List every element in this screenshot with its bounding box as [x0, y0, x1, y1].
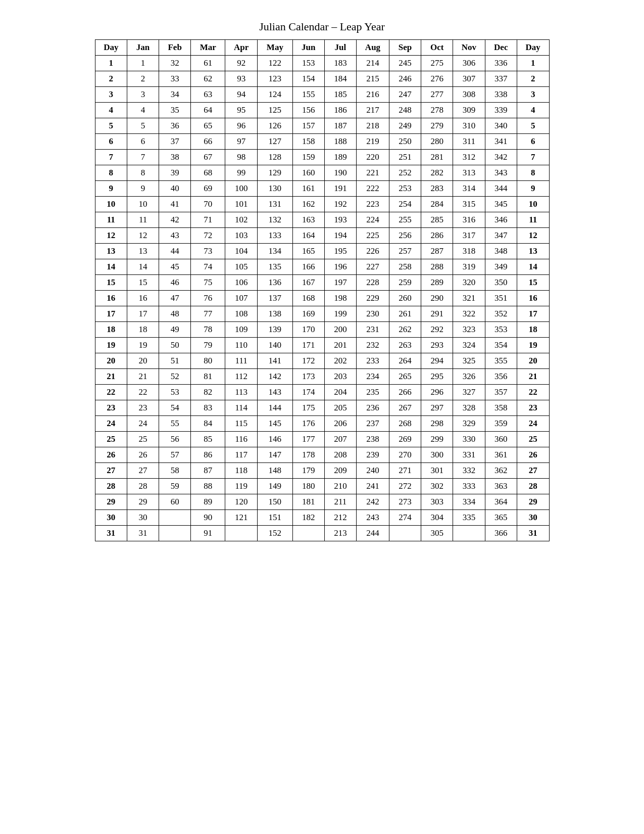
cell-aug-16: 229 [356, 291, 389, 306]
cell-jul-18: 200 [324, 322, 356, 338]
cell-aug-19: 232 [356, 338, 389, 353]
cell-jan-27: 27 [127, 463, 159, 479]
cell-oct-22: 296 [421, 385, 453, 400]
cell-apr-27: 118 [225, 463, 258, 479]
cell-day-11: 11 [517, 212, 549, 228]
table-row: 2424558411514517620623726829832935924 [95, 416, 549, 432]
table-row: 9940691001301611912222532833143449 [95, 181, 549, 197]
cell-nov-9: 314 [453, 181, 485, 197]
cell-day-14: 14 [517, 259, 549, 275]
table-body: 1132619212215318321424527530633612233629… [95, 56, 549, 541]
cell-feb-2: 33 [159, 71, 191, 87]
cell-dec-4: 339 [485, 103, 517, 118]
cell-jun-28: 180 [292, 479, 324, 494]
cell-jan-25: 25 [127, 432, 159, 447]
cell-aug-11: 224 [356, 212, 389, 228]
cell-sep-15: 259 [389, 275, 421, 291]
cell-may-27: 148 [257, 463, 292, 479]
cell-day-22: 22 [95, 385, 127, 400]
cell-apr-31 [225, 526, 258, 541]
cell-day-15: 15 [517, 275, 549, 291]
cell-oct-10: 284 [421, 197, 453, 212]
cell-aug-29: 242 [356, 494, 389, 510]
cell-sep-20: 264 [389, 353, 421, 369]
cell-jul-12: 194 [324, 228, 356, 244]
cell-aug-13: 226 [356, 244, 389, 259]
cell-may-28: 149 [257, 479, 292, 494]
cell-apr-26: 117 [225, 447, 258, 463]
cell-oct-11: 285 [421, 212, 453, 228]
cell-day-7: 7 [517, 150, 549, 165]
cell-dec-11: 346 [485, 212, 517, 228]
cell-feb-4: 35 [159, 103, 191, 118]
table-row: 223362931231541842152462763073372 [95, 71, 549, 87]
cell-apr-3: 94 [225, 87, 258, 103]
cell-aug-9: 222 [356, 181, 389, 197]
cell-sep-18: 262 [389, 322, 421, 338]
header-oct: Oct [421, 40, 453, 56]
cell-sep-22: 266 [389, 385, 421, 400]
cell-jun-7: 159 [292, 150, 324, 165]
cell-jun-13: 165 [292, 244, 324, 259]
cell-jan-21: 21 [127, 369, 159, 385]
cell-nov-28: 333 [453, 479, 485, 494]
cell-feb-25: 56 [159, 432, 191, 447]
cell-may-25: 146 [257, 432, 292, 447]
cell-jul-3: 185 [324, 87, 356, 103]
cell-nov-8: 313 [453, 165, 485, 181]
cell-apr-28: 119 [225, 479, 258, 494]
cell-jun-12: 164 [292, 228, 324, 244]
cell-nov-31 [453, 526, 485, 541]
cell-feb-12: 43 [159, 228, 191, 244]
cell-jan-31: 31 [127, 526, 159, 541]
cell-day-31: 31 [517, 526, 549, 541]
cell-dec-26: 361 [485, 447, 517, 463]
cell-apr-10: 101 [225, 197, 258, 212]
cell-feb-7: 38 [159, 150, 191, 165]
table-row: 1111427110213216319322425528531634611 [95, 212, 549, 228]
cell-oct-3: 277 [421, 87, 453, 103]
cell-day-9: 9 [517, 181, 549, 197]
cell-nov-23: 328 [453, 400, 485, 416]
cell-feb-8: 39 [159, 165, 191, 181]
cell-oct-14: 288 [421, 259, 453, 275]
cell-sep-8: 252 [389, 165, 421, 181]
header-nov: Nov [453, 40, 485, 56]
cell-mar-14: 74 [191, 259, 225, 275]
cell-dec-8: 343 [485, 165, 517, 181]
cell-dec-30: 365 [485, 510, 517, 526]
cell-feb-1: 32 [159, 56, 191, 71]
table-row: 2323548311414417520523626729732835823 [95, 400, 549, 416]
cell-sep-2: 246 [389, 71, 421, 87]
cell-jan-29: 29 [127, 494, 159, 510]
cell-jul-24: 206 [324, 416, 356, 432]
cell-day-28: 28 [517, 479, 549, 494]
cell-jul-4: 186 [324, 103, 356, 118]
cell-dec-6: 341 [485, 134, 517, 150]
cell-jul-14: 196 [324, 259, 356, 275]
cell-sep-7: 251 [389, 150, 421, 165]
cell-mar-6: 66 [191, 134, 225, 150]
cell-sep-13: 257 [389, 244, 421, 259]
cell-oct-30: 304 [421, 510, 453, 526]
table-row: 2525568511614617720723826929933036025 [95, 432, 549, 447]
cell-feb-22: 53 [159, 385, 191, 400]
cell-day-18: 18 [95, 322, 127, 338]
cell-nov-1: 306 [453, 56, 485, 71]
header-sep: Sep [389, 40, 421, 56]
cell-may-7: 128 [257, 150, 292, 165]
cell-nov-11: 316 [453, 212, 485, 228]
cell-day-3: 3 [95, 87, 127, 103]
cell-dec-23: 358 [485, 400, 517, 416]
table-row: 2727588711814817920924027130133236227 [95, 463, 549, 479]
cell-day-1: 1 [517, 56, 549, 71]
cell-apr-17: 108 [225, 306, 258, 322]
cell-nov-30: 335 [453, 510, 485, 526]
cell-apr-30: 121 [225, 510, 258, 526]
table-row: 1919507911014017120123226329332435419 [95, 338, 549, 353]
cell-dec-7: 342 [485, 150, 517, 165]
cell-sep-16: 260 [389, 291, 421, 306]
cell-may-4: 125 [257, 103, 292, 118]
cell-apr-13: 104 [225, 244, 258, 259]
cell-nov-24: 329 [453, 416, 485, 432]
